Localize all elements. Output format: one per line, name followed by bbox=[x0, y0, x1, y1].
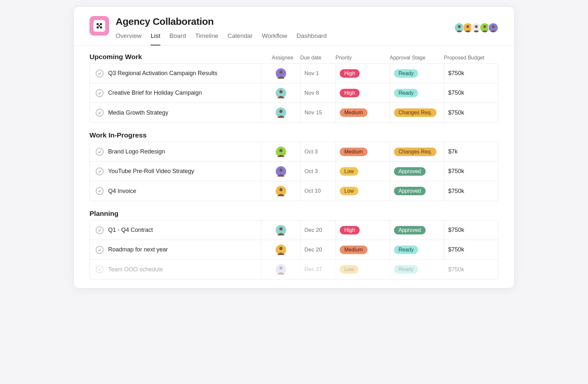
assignee-cell[interactable] bbox=[261, 64, 301, 83]
task-cell[interactable]: Brand Logo Redesign bbox=[90, 142, 261, 161]
tab-dashboard[interactable]: Dashboard bbox=[296, 32, 327, 45]
budget-cell[interactable]: $750k bbox=[444, 103, 498, 122]
budget-cell[interactable]: $750k bbox=[444, 240, 498, 259]
budget-cell[interactable]: $750k bbox=[444, 260, 498, 279]
task-cell[interactable]: Creative Brief for Holiday Campaign bbox=[90, 83, 261, 103]
priority-cell[interactable]: Medium bbox=[336, 142, 390, 161]
table-row[interactable]: Q1 - Q4 Contract Dec 20HighApproved$750k bbox=[90, 220, 498, 240]
task-cell[interactable]: Media Growth Strategy bbox=[90, 103, 261, 122]
complete-checkbox-icon[interactable] bbox=[96, 148, 104, 156]
svg-point-2 bbox=[458, 25, 461, 28]
priority-cell[interactable]: High bbox=[336, 64, 390, 83]
priority-cell[interactable]: High bbox=[336, 220, 390, 240]
complete-checkbox-icon[interactable] bbox=[96, 246, 104, 254]
column-header-approval[interactable]: Approval Stage bbox=[390, 55, 444, 61]
column-header-assignee[interactable]: Assignee bbox=[265, 55, 300, 61]
table-row[interactable]: Creative Brief for Holiday Campaign Nov … bbox=[90, 83, 498, 103]
tab-list[interactable]: List bbox=[151, 32, 160, 45]
priority-cell[interactable]: Medium bbox=[336, 240, 390, 259]
task-cell[interactable]: Q4 Invoice bbox=[90, 181, 261, 201]
complete-checkbox-icon[interactable] bbox=[96, 89, 104, 97]
approval-cell[interactable]: Approved bbox=[390, 181, 444, 201]
assignee-avatar bbox=[276, 107, 286, 118]
table-row[interactable]: Team OOO schedule Dec 27LowReady$750k bbox=[90, 260, 498, 279]
task-table: Brand Logo Redesign Oct 3MediumChanges R… bbox=[90, 142, 498, 201]
approval-cell[interactable]: Ready bbox=[390, 64, 444, 83]
assignee-cell[interactable] bbox=[261, 240, 301, 259]
section-title[interactable]: Planning bbox=[90, 210, 265, 217]
column-header-budget[interactable]: Proposed Budget bbox=[444, 55, 498, 61]
approval-cell[interactable]: Approved bbox=[390, 220, 444, 240]
due-date-cell[interactable]: Nov 8 bbox=[301, 83, 336, 103]
approval-cell[interactable]: Ready bbox=[390, 240, 444, 259]
budget-cell[interactable]: $750k bbox=[444, 162, 498, 181]
complete-checkbox-icon[interactable] bbox=[96, 265, 104, 273]
approval-cell[interactable]: Ready bbox=[390, 260, 444, 279]
tab-workflow[interactable]: Workflow bbox=[262, 32, 287, 45]
assignee-cell[interactable] bbox=[261, 162, 301, 181]
priority-cell[interactable]: Medium bbox=[336, 103, 390, 122]
due-date-cell[interactable]: Dec 27 bbox=[301, 260, 336, 279]
approval-pill: Ready bbox=[394, 69, 418, 78]
approval-cell[interactable]: Approved bbox=[390, 162, 444, 181]
priority-cell[interactable]: Low bbox=[336, 260, 390, 279]
due-date-cell[interactable]: Dec 20 bbox=[301, 220, 336, 240]
budget-cell[interactable]: $750k bbox=[444, 220, 498, 240]
assignee-cell[interactable] bbox=[261, 181, 301, 201]
complete-checkbox-icon[interactable] bbox=[96, 187, 104, 195]
budget-cell[interactable]: $750k bbox=[444, 83, 498, 103]
priority-pill: Low bbox=[340, 265, 358, 274]
tab-calendar[interactable]: Calendar bbox=[228, 32, 253, 45]
tab-overview[interactable]: Overview bbox=[116, 32, 141, 45]
priority-pill: Low bbox=[340, 187, 358, 195]
task-cell[interactable]: YouTube Pre-Roll Video Strategy bbox=[90, 162, 261, 181]
table-row[interactable]: Roadmap for next year Dec 20MediumReady$… bbox=[90, 240, 498, 260]
member-avatar[interactable] bbox=[488, 23, 498, 33]
section-title[interactable]: Work In-Progress bbox=[90, 131, 265, 139]
priority-cell[interactable]: Low bbox=[336, 181, 390, 201]
task-cell[interactable]: Roadmap for next year bbox=[90, 240, 261, 259]
budget-cell[interactable]: $750k bbox=[444, 181, 498, 201]
task-cell[interactable]: Q3 Regional Activation Campaign Results bbox=[90, 64, 261, 83]
due-date-cell[interactable]: Oct 3 bbox=[301, 142, 336, 161]
priority-cell[interactable]: High bbox=[336, 83, 390, 103]
app-window: Agency Collaboration OverviewListBoardTi… bbox=[74, 7, 514, 288]
table-row[interactable]: YouTube Pre-Roll Video Strategy Oct 3Low… bbox=[90, 162, 498, 181]
task-cell[interactable]: Team OOO schedule bbox=[90, 260, 261, 279]
due-date-cell[interactable]: Oct 3 bbox=[301, 162, 336, 181]
assignee-cell[interactable] bbox=[261, 83, 301, 103]
due-date-cell[interactable]: Dec 20 bbox=[301, 240, 336, 259]
complete-checkbox-icon[interactable] bbox=[96, 226, 104, 234]
approval-cell[interactable]: Changes Req. bbox=[390, 103, 444, 122]
priority-cell[interactable]: Low bbox=[336, 162, 390, 181]
table-row[interactable]: Q3 Regional Activation Campaign Results … bbox=[90, 64, 498, 83]
complete-checkbox-icon[interactable] bbox=[96, 109, 104, 117]
tab-timeline[interactable]: Timeline bbox=[195, 32, 218, 45]
assignee-avatar bbox=[276, 186, 286, 196]
tab-board[interactable]: Board bbox=[170, 32, 186, 45]
due-date-cell[interactable]: Nov 15 bbox=[301, 103, 336, 122]
complete-checkbox-icon[interactable] bbox=[96, 70, 104, 77]
table-row[interactable]: Brand Logo Redesign Oct 3MediumChanges R… bbox=[90, 142, 498, 162]
assignee-cell[interactable] bbox=[261, 260, 301, 279]
assignee-cell[interactable] bbox=[261, 142, 301, 161]
column-header-due[interactable]: Due date bbox=[300, 55, 335, 61]
assignee-cell[interactable] bbox=[261, 220, 301, 240]
budget-cell[interactable]: $750k bbox=[444, 64, 498, 83]
task-cell[interactable]: Q1 - Q4 Contract bbox=[90, 220, 261, 240]
approval-cell[interactable]: Ready bbox=[390, 83, 444, 103]
column-header-priority[interactable]: Priority bbox=[335, 55, 390, 61]
budget-cell[interactable]: $7k bbox=[444, 142, 498, 161]
assignee-avatar bbox=[276, 68, 286, 79]
approval-cell[interactable]: Changes Req. bbox=[390, 142, 444, 161]
due-date-cell[interactable]: Nov 1 bbox=[301, 64, 336, 83]
member-avatars[interactable] bbox=[456, 23, 498, 33]
due-date-cell[interactable]: Oct 10 bbox=[301, 181, 336, 201]
section-title[interactable]: Upcoming Work bbox=[90, 53, 265, 61]
assignee-cell[interactable] bbox=[261, 103, 301, 122]
table-row[interactable]: Media Growth Strategy Nov 15MediumChange… bbox=[90, 103, 498, 122]
assignee-avatar bbox=[276, 245, 286, 255]
table-row[interactable]: Q4 Invoice Oct 10LowApproved$750k bbox=[90, 181, 498, 201]
complete-checkbox-icon[interactable] bbox=[96, 168, 104, 175]
svg-point-6 bbox=[475, 25, 478, 28]
